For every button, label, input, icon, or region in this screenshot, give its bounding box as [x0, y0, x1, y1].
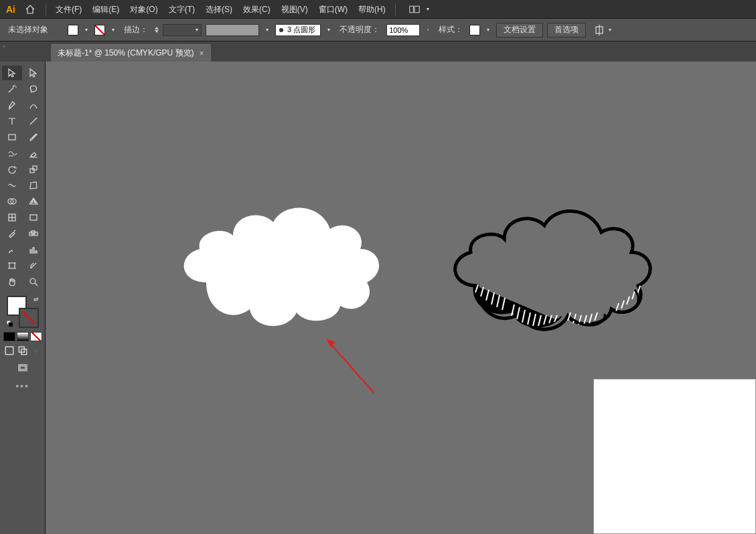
- stroke-color[interactable]: [19, 308, 39, 328]
- align-control[interactable]: ▾: [594, 24, 614, 36]
- document-setup-button[interactable]: 文档设置: [496, 23, 543, 37]
- menu-effect[interactable]: 效果(C): [238, 0, 276, 19]
- draw-normal[interactable]: [3, 345, 15, 356]
- document-tab[interactable]: 未标题-1* @ 150% (CMYK/GPU 预览) ×: [51, 44, 211, 62]
- panel-collapse[interactable]: ‹‹: [0, 41, 8, 62]
- selection-status: 未选择对象: [5, 24, 51, 35]
- document-tabs: ‹‹ 未标题-1* @ 150% (CMYK/GPU 预览) ×: [0, 41, 756, 62]
- graphic-style-swatch[interactable]: [469, 25, 480, 35]
- canvas[interactable]: [46, 62, 756, 534]
- brush-definition[interactable]: [206, 24, 259, 36]
- svg-rect-20: [9, 263, 15, 268]
- svg-rect-33: [20, 366, 25, 369]
- svg-point-25: [30, 278, 35, 284]
- app-icon[interactable]: Ai: [3, 1, 19, 17]
- opacity-dropdown-icon[interactable]: ›: [424, 24, 432, 36]
- eraser-tool[interactable]: [23, 146, 44, 161]
- opacity-input[interactable]: [386, 24, 420, 36]
- line-segment-tool[interactable]: [23, 114, 44, 128]
- menu-edit[interactable]: 编辑(E): [87, 0, 125, 19]
- menu-view[interactable]: 视图(V): [276, 0, 313, 19]
- menu-window[interactable]: 窗口(W): [313, 0, 353, 19]
- brush-dropdown-icon[interactable]: ▾: [263, 24, 271, 36]
- rotate-tool[interactable]: [2, 162, 22, 177]
- black-outline-cloud-shape[interactable]: [434, 185, 668, 353]
- stroke-style-value[interactable]: 3 点圆形: [285, 25, 318, 35]
- svg-rect-18: [33, 248, 34, 253]
- fill-stroke-colors[interactable]: ⇄: [7, 296, 39, 328]
- svg-line-60: [327, 339, 374, 393]
- workspace-switcher[interactable]: [405, 3, 424, 16]
- svg-rect-5: [9, 135, 15, 140]
- menu-bar: Ai 文件(F) 编辑(E) 对象(O) 文字(T) 选择(S) 效果(C) 视…: [0, 0, 756, 19]
- white-cloud-shape[interactable]: [166, 182, 387, 336]
- menu-help[interactable]: 帮助(H): [353, 0, 391, 19]
- curvature-tool[interactable]: [23, 98, 44, 112]
- draw-inside[interactable]: ○: [30, 345, 42, 356]
- color-mode-none[interactable]: [30, 332, 42, 341]
- toolbox: ⇄ ○ •••: [0, 62, 46, 534]
- width-tool[interactable]: [2, 178, 22, 193]
- slice-tool[interactable]: [23, 258, 44, 273]
- edit-toolbar[interactable]: •••: [15, 381, 29, 391]
- stroke-label: 描边：: [121, 24, 151, 35]
- rectangle-tool[interactable]: [2, 130, 22, 145]
- svg-rect-29: [5, 347, 13, 354]
- svg-rect-19: [35, 251, 37, 253]
- default-colors-icon[interactable]: [7, 321, 13, 328]
- menu-object[interactable]: 对象(O): [125, 0, 163, 19]
- home-icon[interactable]: [23, 2, 37, 17]
- type-tool[interactable]: [2, 114, 22, 128]
- stroke-weight-dropdown[interactable]: ▾: [163, 24, 202, 36]
- color-mode-row: [3, 332, 42, 341]
- selection-tool[interactable]: [2, 66, 22, 80]
- pen-tool[interactable]: [2, 98, 22, 112]
- zoom-tool[interactable]: [23, 274, 44, 289]
- paintbrush-tool[interactable]: [23, 130, 44, 145]
- svg-rect-1: [414, 6, 419, 13]
- menu-type[interactable]: 文字(T): [163, 0, 200, 19]
- main-area: ⇄ ○ •••: [0, 62, 756, 534]
- svg-rect-0: [409, 6, 413, 13]
- blend-tool[interactable]: [23, 226, 44, 241]
- shaper-tool[interactable]: [2, 146, 22, 161]
- artboard-tool[interactable]: [2, 258, 22, 273]
- svg-rect-17: [30, 250, 31, 253]
- scale-tool[interactable]: [23, 162, 44, 177]
- screen-mode[interactable]: [17, 363, 28, 375]
- magic-wand-tool[interactable]: [2, 82, 22, 96]
- svg-rect-28: [9, 323, 13, 327]
- eyedropper-tool[interactable]: [2, 226, 22, 241]
- separator: [395, 3, 396, 15]
- separator: [46, 3, 46, 15]
- shape-builder-tool[interactable]: [2, 194, 22, 209]
- menu-select[interactable]: 选择(S): [200, 0, 238, 19]
- draw-behind[interactable]: [17, 345, 29, 356]
- gradient-tool[interactable]: [23, 210, 44, 225]
- color-mode-gradient[interactable]: [17, 332, 29, 341]
- style-dropdown-icon[interactable]: ▾: [484, 24, 492, 36]
- direct-selection-tool[interactable]: [23, 66, 44, 80]
- workspace-dropdown-icon[interactable]: ▾: [424, 3, 432, 15]
- perspective-grid-tool[interactable]: [23, 194, 44, 209]
- menu-file[interactable]: 文件(F): [50, 0, 87, 19]
- color-mode-solid[interactable]: [3, 332, 15, 341]
- stroke-style-dropdown-icon[interactable]: ▾: [325, 24, 333, 36]
- lasso-tool[interactable]: [23, 82, 44, 96]
- svg-line-4: [30, 118, 37, 124]
- column-graph-tool[interactable]: [23, 242, 44, 257]
- fill-color-swatch[interactable]: [68, 25, 78, 35]
- stroke-color-swatch[interactable]: [94, 25, 105, 35]
- hand-tool[interactable]: [2, 274, 22, 289]
- free-transform-tool[interactable]: [23, 178, 44, 193]
- svg-rect-13: [30, 215, 37, 220]
- close-icon[interactable]: ×: [200, 49, 204, 58]
- preferences-button[interactable]: 首选项: [547, 23, 586, 37]
- swap-colors-icon[interactable]: ⇄: [33, 296, 39, 302]
- symbol-sprayer-tool[interactable]: [2, 242, 22, 257]
- stroke-dropdown-icon[interactable]: ▾: [109, 24, 117, 36]
- fill-dropdown-icon[interactable]: ▾: [82, 24, 90, 36]
- stroke-weight-stepper[interactable]: [155, 27, 159, 33]
- artboard[interactable]: [593, 379, 756, 534]
- mesh-tool[interactable]: [2, 210, 22, 225]
